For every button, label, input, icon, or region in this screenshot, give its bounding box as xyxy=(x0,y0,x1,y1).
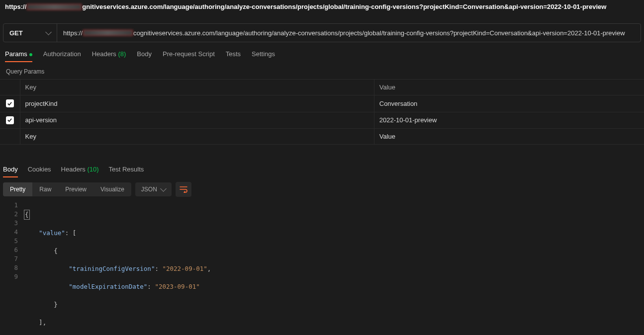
redacted-host xyxy=(83,30,133,36)
response-tabs: Body Cookies Headers (10) Test Results xyxy=(0,166,644,177)
param-value-input[interactable]: Value xyxy=(374,129,644,145)
url-input[interactable]: https://cognitiveservices.azure.com/lang… xyxy=(57,24,641,42)
line-gutter: 123456789 xyxy=(0,201,24,335)
view-mode-segment: Pretty Raw Preview Visualize xyxy=(3,182,131,196)
param-value-input[interactable]: Conversation xyxy=(374,95,644,112)
view-raw-button[interactable]: Raw xyxy=(32,182,58,196)
param-value-input[interactable]: 2022-10-01-preview xyxy=(374,112,644,129)
table-row-empty: Key Value xyxy=(0,129,644,145)
tab-headers[interactable]: Headers (8) xyxy=(92,50,126,62)
response-tab-headers[interactable]: Headers (10) xyxy=(61,166,99,177)
column-header-value: Value xyxy=(374,80,644,95)
wrap-lines-button[interactable] xyxy=(176,182,191,197)
row-checkbox[interactable] xyxy=(6,99,14,107)
json-code: { "value": [ { "trainingConfigVersion": … xyxy=(24,201,644,335)
tab-authorization[interactable]: Authorization xyxy=(43,50,81,62)
view-preview-button[interactable]: Preview xyxy=(58,182,93,196)
row-checkbox[interactable] xyxy=(6,116,14,124)
table-row: api-version 2022-10-01-preview xyxy=(0,112,644,129)
tab-settings[interactable]: Settings xyxy=(252,50,275,62)
tab-body[interactable]: Body xyxy=(137,50,152,62)
body-toolbar: Pretty Raw Preview Visualize JSON xyxy=(0,177,644,201)
param-key-input[interactable]: api-version xyxy=(20,112,374,129)
response-body[interactable]: 123456789 { "value": [ { "trainingConfig… xyxy=(0,201,644,335)
http-method-label: GET xyxy=(9,29,23,37)
param-key-input[interactable]: Key xyxy=(20,129,374,145)
table-row: projectKind Conversation xyxy=(0,95,644,112)
param-key-input[interactable]: projectKind xyxy=(20,95,374,112)
response-tab-cookies[interactable]: Cookies xyxy=(28,166,51,177)
tab-tests[interactable]: Tests xyxy=(226,50,241,62)
view-visualize-button[interactable]: Visualize xyxy=(93,182,131,196)
query-params-heading: Query Params xyxy=(0,62,644,79)
query-params-table: Key Value projectKind Conversation api-v… xyxy=(0,79,644,145)
format-select[interactable]: JSON xyxy=(135,182,172,196)
redacted-host xyxy=(27,4,82,10)
request-title: https://gnitiveservices.azure.com/langua… xyxy=(0,0,644,13)
tab-prerequest[interactable]: Pre-request Script xyxy=(163,50,215,62)
params-indicator-icon xyxy=(29,53,32,56)
view-pretty-button[interactable]: Pretty xyxy=(3,182,32,196)
chevron-down-icon xyxy=(45,29,52,35)
request-tabs: Params Authorization Headers (8) Body Pr… xyxy=(0,42,644,62)
request-row: GET https://cognitiveservices.azure.com/… xyxy=(3,23,641,42)
chevron-down-icon xyxy=(160,185,167,192)
column-header-key: Key xyxy=(20,80,374,95)
http-method-select[interactable]: GET xyxy=(3,24,57,42)
response-tab-body[interactable]: Body xyxy=(3,166,18,177)
tab-params[interactable]: Params xyxy=(5,50,32,62)
response-tab-test-results[interactable]: Test Results xyxy=(109,166,144,177)
